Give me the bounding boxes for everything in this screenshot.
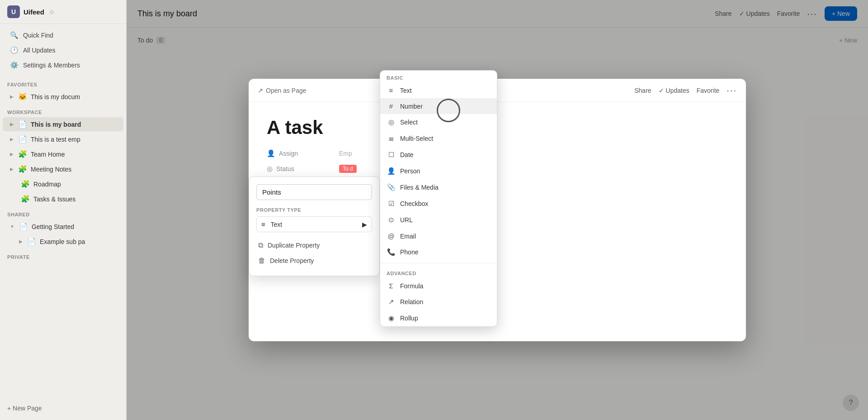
sidebar-item-roadmap[interactable]: 🧩 Roadmap	[3, 177, 123, 191]
date-icon: ☐	[387, 151, 396, 159]
select-icon: ◎	[387, 118, 396, 126]
type-item-select[interactable]: ◎ Select	[380, 114, 497, 130]
getting-started-label: Getting Started	[32, 223, 74, 230]
type-item-rollup[interactable]: ◉ Rollup	[380, 310, 497, 326]
type-item-formula[interactable]: Σ Formula	[380, 278, 497, 294]
type-item-relation[interactable]: ↗ Relation	[380, 294, 497, 310]
assign-text: Assign	[279, 150, 298, 157]
favorites-doc-label: This is my docum	[31, 93, 80, 100]
person-label: Person	[400, 167, 420, 175]
expand-icon-team: ▶	[10, 152, 14, 157]
type-item-multi-select[interactable]: ≣ Multi-Select	[380, 130, 497, 147]
dialog-updates-button[interactable]: ✓ Updates	[659, 87, 689, 94]
meeting-notes-label: Meeting Notes	[31, 166, 71, 173]
duplicate-property-button[interactable]: ⧉ Duplicate Property	[256, 238, 372, 253]
sidebar-nav: 🔍 Quick Find 🕐 All Updates ⚙️ Settings &…	[0, 24, 126, 76]
dialog-overlay[interactable]: ↗ Open as Page Share ✓ Updates Favorite …	[127, 0, 868, 420]
phone-icon: 📞	[387, 248, 396, 256]
main-content: This is my board Share ✓ Updates Favorit…	[127, 0, 868, 420]
formula-icon: Σ	[387, 282, 396, 290]
sidebar-item-example-sub[interactable]: ▶ 📄 Example sub pa	[3, 234, 123, 248]
trash-icon: 🗑	[258, 257, 265, 265]
dialog-updates-label: Updates	[666, 87, 689, 94]
sidebar-item-test-emp[interactable]: ▶ 📄 This is a test emp	[3, 132, 123, 146]
basic-header: BASIC	[380, 71, 497, 82]
email-label: Email	[400, 233, 416, 240]
type-item-date[interactable]: ☐ Date	[380, 147, 497, 163]
delete-property-button[interactable]: 🗑 Delete Property	[256, 253, 372, 268]
type-item-person[interactable]: 👤 Person	[380, 163, 497, 179]
status-row: ◎ Status To d	[267, 165, 728, 173]
sidebar: U Uifeed ◇ 🔍 Quick Find 🕐 All Updates ⚙️…	[0, 0, 127, 420]
sidebar-item-team-home[interactable]: ▶ 🧩 Team Home	[3, 147, 123, 161]
chevron-right-icon: ▶	[362, 221, 367, 228]
type-item-url[interactable]: ⊙ URL	[380, 212, 497, 228]
type-item-files[interactable]: 📎 Files & Media	[380, 179, 497, 196]
property-editor: PROPERTY TYPE ≡ Text ▶ ⧉ Duplicate Prope…	[249, 177, 380, 276]
url-icon: ⊙	[387, 216, 396, 224]
dialog-check-icon: ✓	[659, 87, 664, 94]
sidebar-item-favorites-doc[interactable]: ▶ 🐱 This is my docum	[3, 90, 123, 104]
private-header: PRIVATE	[0, 249, 126, 262]
text-icon: ≡	[387, 86, 396, 94]
dialog-header: ↗ Open as Page Share ✓ Updates Favorite …	[249, 79, 746, 102]
settings-icon: ⚙️	[10, 61, 19, 69]
phone-label: Phone	[400, 248, 418, 256]
type-item-email[interactable]: @ Email	[380, 228, 497, 244]
duplicate-label: Duplicate Property	[268, 242, 320, 249]
sidebar-nav-all-updates[interactable]: 🕐 All Updates	[3, 43, 123, 57]
relation-label: Relation	[400, 298, 423, 305]
selected-type-label: Text	[270, 221, 282, 228]
rollup-label: Rollup	[400, 315, 418, 322]
new-page-button[interactable]: + New Page	[7, 402, 119, 415]
select-label: Select	[400, 119, 418, 126]
url-label: URL	[400, 216, 413, 224]
type-item-number[interactable]: # Number	[380, 98, 497, 114]
roadmap-icon: 🧩	[21, 180, 30, 188]
property-name-input[interactable]	[256, 184, 372, 200]
email-icon: @	[387, 232, 396, 240]
dialog-share-button[interactable]: Share	[634, 87, 651, 94]
type-item-phone[interactable]: 📞 Phone	[380, 244, 497, 260]
type-item-checkbox[interactable]: ☑ Checkbox	[380, 196, 497, 212]
quick-find-label: Quick Find	[23, 32, 53, 39]
sidebar-item-meeting-notes[interactable]: ▶ 🧩 Meeting Notes	[3, 162, 123, 176]
dialog-more-button[interactable]: ···	[726, 85, 737, 95]
person-type-icon: 👤	[387, 167, 396, 175]
relation-icon: ↗	[387, 298, 396, 306]
task-title: A task	[267, 117, 728, 138]
status-icon: ◎	[267, 165, 273, 173]
type-item-text[interactable]: ≡ Text	[380, 82, 497, 98]
doc-icon: 🐱	[18, 92, 27, 101]
checkbox-icon: ☑	[387, 200, 396, 208]
divider	[380, 263, 497, 263]
files-icon: 📎	[387, 183, 396, 191]
board-doc-icon: 📄	[18, 120, 27, 129]
sidebar-item-board[interactable]: ▶ 📄 This is my board +	[3, 117, 123, 131]
sidebar-nav-settings[interactable]: ⚙️ Settings & Members	[3, 58, 123, 72]
status-text: Status	[276, 165, 294, 172]
team-icon: 🧩	[18, 150, 27, 158]
checkbox-label: Checkbox	[400, 200, 428, 207]
workspace-name: Uifeed	[24, 8, 44, 16]
open-as-page-label: Open as Page	[266, 87, 307, 94]
example-sub-label: Example sub pa	[40, 238, 85, 245]
meeting-icon: 🧩	[18, 165, 27, 173]
workspace-header: WORKSPACE	[0, 104, 126, 117]
date-label: Date	[400, 151, 414, 158]
dialog-favorite-button[interactable]: Favorite	[697, 87, 720, 94]
sidebar-item-tasks[interactable]: 🧩 Tasks & Issues	[3, 192, 123, 206]
sidebar-item-getting-started[interactable]: ▼ 📄 Getting Started	[3, 220, 123, 234]
gs-icon: 📄	[19, 222, 28, 231]
status-badge: To d	[339, 165, 357, 173]
dialog-header-actions: Share ✓ Updates Favorite ···	[634, 85, 737, 95]
property-type-label: PROPERTY TYPE	[256, 207, 372, 213]
sidebar-nav-quick-find[interactable]: 🔍 Quick Find	[3, 28, 123, 43]
test-emp-icon: 📄	[18, 135, 27, 143]
property-type-selector[interactable]: ≡ Text ▶	[256, 216, 372, 232]
settings-label: Settings & Members	[23, 62, 80, 69]
person-icon: 👤	[267, 149, 275, 158]
search-icon: 🔍	[10, 31, 19, 39]
board-label: This is my board	[31, 121, 81, 128]
open-as-page-button[interactable]: ↗ Open as Page	[258, 87, 307, 94]
